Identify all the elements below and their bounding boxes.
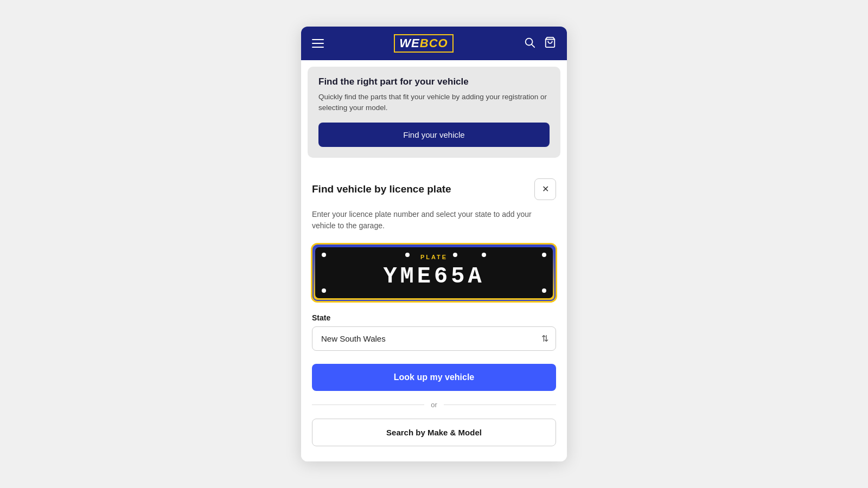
- plate-number: YME65A: [383, 264, 484, 290]
- modal-description: Enter your licence plate number and sele…: [312, 209, 556, 232]
- bolt-tr2: [482, 253, 486, 257]
- modal-header: Find vehicle by licence plate ✕: [312, 178, 556, 200]
- header: WEBCO: [301, 27, 567, 60]
- bolt-tc-right: [453, 253, 457, 257]
- state-select-wrapper: New South Wales Victoria Queensland Sout…: [312, 326, 556, 351]
- search-icon[interactable]: [524, 36, 535, 51]
- bolt-tr: [542, 253, 546, 257]
- licence-plate[interactable]: PLATE YME65A: [315, 247, 553, 298]
- licence-plate-wrapper: PLATE YME65A: [312, 244, 556, 301]
- top-card: Find the right part for your vehicle Qui…: [308, 67, 560, 158]
- header-icons: [524, 36, 556, 51]
- bolt-tl: [322, 253, 326, 257]
- or-text: or: [431, 401, 437, 409]
- divider-line-left: [312, 404, 424, 405]
- modal-panel: Find vehicle by licence plate ✕ Enter yo…: [301, 165, 567, 461]
- state-label: State: [312, 313, 556, 322]
- modal-title: Find vehicle by licence plate: [312, 183, 451, 195]
- plate-label: PLATE: [420, 254, 448, 260]
- bolt-tc-left: [405, 253, 410, 257]
- cart-icon[interactable]: [544, 36, 556, 51]
- find-vehicle-button[interactable]: Find your vehicle: [318, 123, 550, 147]
- bolt-br: [542, 288, 546, 293]
- logo-bco: BCO: [420, 36, 448, 50]
- svg-line-1: [532, 44, 534, 47]
- phone-container: WEBCO Find the right part for your vehic…: [301, 27, 567, 461]
- top-card-description: Quickly find the parts that fit your veh…: [318, 92, 550, 114]
- logo-we: WE: [399, 36, 419, 50]
- logo: WEBCO: [394, 34, 453, 53]
- bolt-bl: [322, 288, 326, 293]
- top-card-title: Find the right part for your vehicle: [318, 76, 550, 87]
- divider-line-right: [444, 404, 556, 405]
- close-button[interactable]: ✕: [534, 178, 556, 200]
- lookup-button[interactable]: Look up my vehicle: [312, 364, 556, 391]
- state-select[interactable]: New South Wales Victoria Queensland Sout…: [312, 326, 556, 351]
- make-model-button[interactable]: Search by Make & Model: [312, 419, 556, 446]
- menu-icon[interactable]: [312, 39, 324, 48]
- or-divider: or: [312, 401, 556, 409]
